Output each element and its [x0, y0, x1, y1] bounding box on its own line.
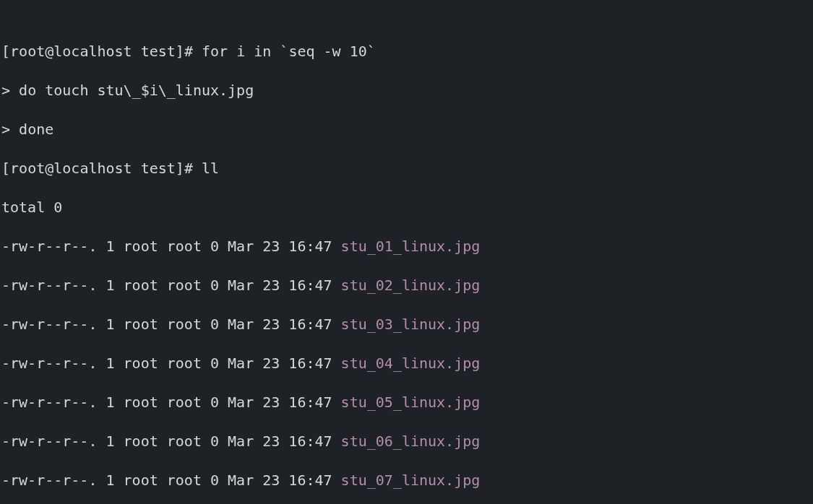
ls-row: -rw-r--r--. 1 root root 0 Mar 23 16:47 s…: [1, 432, 813, 451]
prompt-path: test: [141, 43, 176, 60]
ls-meta: -rw-r--r--. 1 root root 0 Mar 23 16:47: [1, 277, 341, 294]
ls-meta: -rw-r--r--. 1 root root 0 Mar 23 16:47: [1, 355, 341, 372]
ls-row: -rw-r--r--. 1 root root 0 Mar 23 16:47 s…: [1, 354, 813, 373]
command-do: do touch stu\_$i\_linux.jpg: [19, 82, 254, 99]
ls-row: -rw-r--r--. 1 root root 0 Mar 23 16:47 s…: [1, 276, 813, 295]
ls-row: -rw-r--r--. 1 root root 0 Mar 23 16:47 s…: [1, 393, 813, 412]
cmd-line-done: > done: [1, 120, 813, 139]
ls-row: -rw-r--r--. 1 root root 0 Mar 23 16:47 s…: [1, 237, 813, 256]
prompt-close: ]: [176, 43, 184, 60]
ls-meta: -rw-r--r--. 1 root root 0 Mar 23 16:47: [1, 472, 341, 489]
prompt-symbol: #: [184, 43, 202, 60]
prompt-open: [: [1, 43, 10, 60]
ls-row: -rw-r--r--. 1 root root 0 Mar 23 16:47 s…: [1, 471, 813, 490]
continuation-prompt: >: [1, 121, 19, 138]
ls-filename: stu_04_linux.jpg: [341, 355, 481, 372]
cmd-line-ll-1: [root@localhost test]# ll: [1, 159, 813, 178]
cmd-line-for: [root@localhost test]# for i in `seq -w …: [1, 42, 813, 61]
ls-filename: stu_05_linux.jpg: [341, 394, 481, 411]
ls-filename: stu_01_linux.jpg: [341, 238, 481, 255]
ls-filename: stu_02_linux.jpg: [341, 277, 481, 294]
command-ll: ll: [202, 160, 219, 177]
ls-filename: stu_07_linux.jpg: [341, 472, 481, 489]
command-done: done: [19, 121, 53, 138]
command-for: for i in `seq -w 10`: [202, 43, 376, 60]
prompt-host: localhost: [53, 43, 132, 60]
terminal[interactable]: [root@localhost test]# for i in `seq -w …: [0, 0, 813, 504]
ls-filename: stu_06_linux.jpg: [341, 433, 481, 450]
cmd-line-do: > do touch stu\_$i\_linux.jpg: [1, 81, 813, 100]
ls-row: -rw-r--r--. 1 root root 0 Mar 23 16:47 s…: [1, 315, 813, 334]
ls-filename: stu_03_linux.jpg: [341, 316, 481, 333]
ls-meta: -rw-r--r--. 1 root root 0 Mar 23 16:47: [1, 433, 341, 450]
ls-meta: -rw-r--r--. 1 root root 0 Mar 23 16:47: [1, 238, 341, 255]
prompt-at: @: [45, 43, 53, 60]
total-line-1: total 0: [1, 198, 813, 217]
ls-meta: -rw-r--r--. 1 root root 0 Mar 23 16:47: [1, 316, 341, 333]
continuation-prompt: >: [1, 82, 19, 99]
ls-meta: -rw-r--r--. 1 root root 0 Mar 23 16:47: [1, 394, 341, 411]
prompt-user: root: [10, 43, 45, 60]
